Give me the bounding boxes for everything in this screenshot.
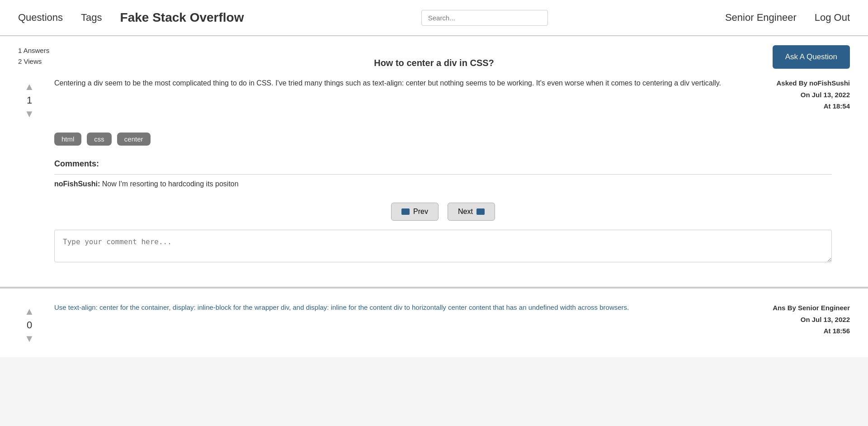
tag-center[interactable]: center — [117, 133, 151, 146]
answer-body-text: Use text-align: center for the container… — [54, 302, 737, 313]
ans-by-line1: Ans By Senior Engineer — [750, 302, 850, 314]
next-label: Next — [458, 208, 473, 216]
asked-by-line1: Asked By noFishSushi — [750, 77, 850, 89]
comment-author: noFishSushi: — [54, 180, 100, 188]
downvote-arrow[interactable]: ▼ — [24, 109, 34, 119]
comment-text: Now I'm resorting to hardcoding its posi… — [102, 180, 239, 188]
next-button[interactable]: Next — [448, 203, 495, 221]
next-icon — [476, 208, 485, 215]
logout-link[interactable]: Log Out — [815, 12, 850, 24]
comments-section: Comments: noFishSushi: Now I'm resorting… — [54, 159, 832, 264]
answer-upvote-arrow[interactable]: ▲ — [24, 307, 34, 317]
nav-questions[interactable]: Questions — [18, 12, 63, 24]
tag-css[interactable]: css — [87, 133, 112, 146]
header-right: Senior Engineer Log Out — [725, 12, 850, 24]
answer-vote-count: 0 — [27, 319, 32, 331]
search-input[interactable] — [421, 10, 548, 26]
pagination-row: Prev Next — [54, 203, 832, 221]
tags-row: html css center — [54, 133, 850, 146]
answer-asked-by: Ans By Senior Engineer On Jul 13, 2022 A… — [750, 302, 850, 337]
answer-body-row: ▲ 0 ▼ Use text-align: center for the con… — [18, 302, 850, 344]
site-title: Fake Stack Overflow — [120, 10, 244, 25]
comment-item: noFishSushi: Now I'm resorting to hardco… — [54, 174, 832, 194]
main-content: 1 Answers 2 Views How to center a div in… — [0, 36, 868, 357]
ans-by-line2: On Jul 13, 2022 — [750, 314, 850, 326]
user-display: Senior Engineer — [725, 12, 797, 24]
ask-question-button[interactable]: Ask A Question — [773, 45, 850, 69]
nav-tags[interactable]: Tags — [81, 12, 102, 24]
asked-by-line3: At 18:54 — [750, 100, 850, 112]
prev-icon — [401, 208, 410, 215]
upvote-arrow[interactable]: ▲ — [24, 82, 34, 92]
vote-count: 1 — [27, 95, 32, 106]
comments-label: Comments: — [54, 159, 832, 169]
comment-input-row — [54, 230, 832, 264]
answer-downvote-arrow[interactable]: ▼ — [24, 334, 34, 344]
search-bar — [262, 10, 707, 26]
answer-section: ▲ 0 ▼ Use text-align: center for the con… — [0, 288, 868, 357]
question-body-row: ▲ 1 ▼ Centering a div seem to be the mos… — [18, 77, 850, 119]
question-asked-by: Asked By noFishSushi On Jul 13, 2022 At … — [750, 77, 850, 112]
vote-column: ▲ 1 ▼ — [18, 77, 41, 119]
ans-by-line3: At 18:56 — [750, 325, 850, 337]
question-title: How to center a div in CSS? — [18, 58, 850, 68]
prev-button[interactable]: Prev — [391, 203, 439, 221]
tag-html[interactable]: html — [54, 133, 81, 146]
question-section: 1 Answers 2 Views How to center a div in… — [0, 36, 868, 288]
answers-count: 1 Answers — [18, 45, 850, 56]
question-body-text: Centering a div seem to be the most comp… — [54, 77, 737, 89]
prev-label: Prev — [413, 208, 428, 216]
header: Questions Tags Fake Stack Overflow Senio… — [0, 0, 868, 36]
comment-input[interactable] — [54, 230, 832, 262]
asked-by-line2: On Jul 13, 2022 — [750, 89, 850, 101]
answer-vote-column: ▲ 0 ▼ — [18, 302, 41, 344]
